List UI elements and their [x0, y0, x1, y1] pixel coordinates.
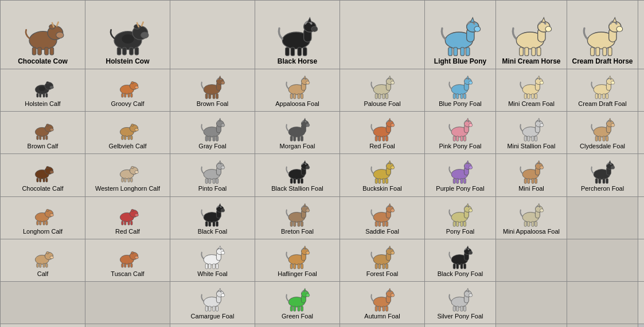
- svg-rect-453: [375, 306, 377, 312]
- animal-image: [111, 242, 145, 270]
- svg-rect-115: [453, 94, 455, 99]
- svg-rect-177: [298, 136, 300, 141]
- data-cell: Neapolitan Calf: [638, 282, 644, 324]
- svg-rect-394: [216, 263, 218, 269]
- svg-rect-211: [595, 136, 598, 141]
- svg-rect-361: [534, 221, 537, 226]
- svg-rect-455: [383, 306, 385, 312]
- svg-point-347: [469, 208, 472, 212]
- svg-rect-35: [448, 47, 452, 56]
- svg-marker-252: [303, 161, 306, 164]
- svg-marker-339: [388, 203, 391, 206]
- svg-rect-186: [383, 136, 385, 141]
- svg-rect-89: [208, 94, 210, 99]
- svg-rect-70: [36, 93, 38, 97]
- svg-rect-81: [128, 93, 130, 97]
- svg-marker-183: [388, 119, 391, 121]
- svg-rect-37: [460, 47, 465, 56]
- svg-rect-254: [293, 179, 295, 184]
- data-cell: Haflinger Foal: [255, 239, 340, 282]
- svg-rect-274: [463, 179, 466, 184]
- svg-point-389: [221, 251, 224, 254]
- svg-rect-19: [135, 47, 139, 54]
- animal-label: Chocolate Cow: [18, 57, 68, 65]
- svg-rect-169: [216, 136, 218, 141]
- svg-rect-445: [293, 306, 295, 312]
- data-cell: Western Longhorn Calf: [85, 154, 170, 196]
- animal-image: [586, 114, 620, 143]
- svg-rect-264: [383, 179, 385, 184]
- svg-rect-316: [130, 220, 132, 224]
- data-cell: Gelbvieh Calf: [85, 112, 170, 154]
- svg-rect-324: [213, 221, 215, 226]
- animal-grid: Chocolate Cow Holstein Cow: [0, 0, 644, 327]
- svg-rect-384: [128, 263, 130, 267]
- animal-image: [26, 199, 60, 228]
- svg-point-442: [306, 294, 309, 297]
- svg-rect-88: [205, 94, 208, 99]
- svg-point-312: [131, 209, 134, 211]
- svg-rect-184: [375, 136, 377, 141]
- svg-rect-108: [383, 94, 385, 99]
- svg-marker-174: [303, 119, 306, 121]
- animal-image: [443, 72, 478, 100]
- animal-label: Silver Pony Foal: [437, 313, 483, 320]
- svg-marker-357: [537, 203, 540, 206]
- svg-rect-334: [300, 221, 303, 226]
- svg-point-373: [46, 251, 49, 254]
- svg-rect-359: [527, 221, 529, 226]
- svg-marker-321: [218, 203, 221, 206]
- svg-marker-443: [303, 288, 306, 291]
- svg-rect-9: [50, 47, 54, 54]
- animal-label: Clydesdale Foal: [580, 143, 625, 150]
- svg-marker-452: [388, 288, 391, 291]
- svg-rect-29: [303, 47, 307, 56]
- svg-rect-360: [532, 221, 534, 226]
- animal-image: [365, 242, 400, 270]
- svg-rect-322: [205, 221, 208, 226]
- animal-image: [586, 156, 620, 185]
- svg-rect-289: [595, 179, 598, 184]
- svg-rect-419: [456, 263, 458, 269]
- svg-point-451: [391, 294, 394, 297]
- svg-point-33: [474, 26, 481, 31]
- svg-point-39: [452, 34, 466, 44]
- svg-point-12: [140, 32, 148, 38]
- animal-label: Pinto Foal: [198, 185, 227, 192]
- svg-rect-79: [121, 93, 123, 97]
- svg-marker-399: [303, 246, 306, 249]
- svg-marker-53: [612, 17, 616, 22]
- svg-point-156: [131, 124, 134, 127]
- data-cell: [1, 282, 85, 324]
- svg-rect-315: [128, 220, 130, 224]
- animal-label: Percheron Foal: [581, 185, 624, 192]
- svg-rect-305: [36, 220, 38, 224]
- svg-rect-159: [128, 136, 130, 140]
- svg-rect-18: [129, 47, 133, 54]
- svg-marker-243: [218, 161, 221, 164]
- svg-rect-46: [525, 47, 529, 56]
- svg-point-311: [135, 214, 138, 216]
- svg-rect-151: [43, 136, 45, 140]
- svg-rect-391: [205, 263, 208, 269]
- svg-rect-230: [45, 178, 47, 182]
- animal-image: [586, 72, 620, 100]
- svg-point-69: [46, 81, 49, 84]
- svg-rect-152: [45, 136, 47, 140]
- svg-rect-204: [532, 136, 534, 141]
- data-cell: [496, 324, 567, 327]
- animal-label: Camargue Foal: [191, 313, 235, 320]
- svg-point-433: [221, 294, 224, 297]
- data-cell: Percheron Foal: [567, 154, 638, 196]
- svg-point-398: [306, 251, 309, 254]
- svg-rect-157: [121, 136, 123, 140]
- animal-image: [280, 114, 315, 143]
- data-cell: Silver Pony Foal: [425, 282, 496, 324]
- svg-rect-235: [121, 178, 123, 182]
- data-cell: Saddle Foal: [340, 197, 425, 239]
- svg-rect-7: [37, 47, 41, 54]
- svg-rect-193: [453, 136, 455, 141]
- animal-label: Cream Draft Horse: [572, 57, 633, 65]
- animal-label: Longhorn Calf: [23, 228, 63, 235]
- svg-rect-244: [205, 179, 208, 184]
